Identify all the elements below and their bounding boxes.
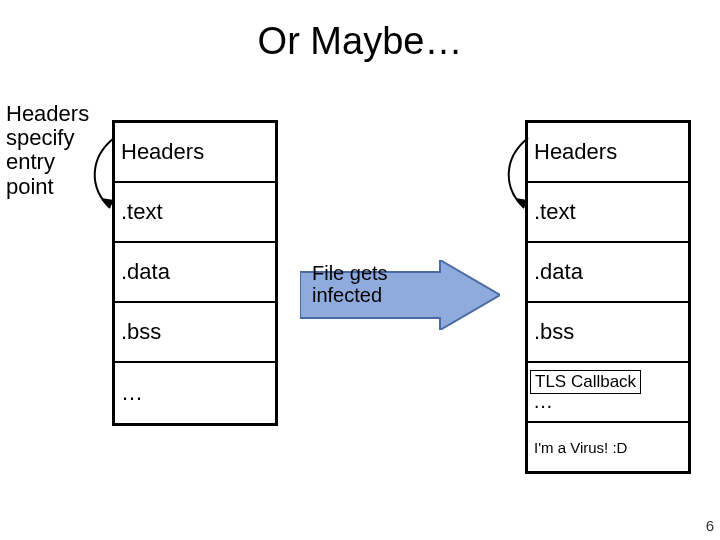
side-note-l4: point — [6, 174, 54, 199]
after-stack: Headers .text .data .bss I'm a Virus! :D — [525, 120, 691, 474]
infection-label-l1: File gets — [312, 262, 388, 284]
page-number: 6 — [706, 517, 714, 534]
side-note-l2: specify — [6, 125, 74, 150]
after-headers: Headers — [528, 123, 688, 183]
after-data: .data — [528, 243, 688, 303]
before-stack: Headers .text .data .bss … — [112, 120, 278, 426]
side-note-l1: Headers — [6, 101, 89, 126]
before-text: .text — [115, 183, 275, 243]
infection-label-l2: infected — [312, 284, 382, 306]
before-ellipsis: … — [115, 363, 275, 423]
before-headers: Headers — [115, 123, 275, 183]
before-bss: .bss — [115, 303, 275, 363]
tls-callback-label: TLS Callback — [530, 370, 641, 394]
slide-title: Or Maybe… — [0, 20, 720, 63]
side-note-l3: entry — [6, 149, 55, 174]
side-note: Headers specify entry point — [6, 102, 106, 199]
after-virus: I'm a Virus! :D — [528, 423, 688, 471]
infection-arrow-label: File gets infected — [312, 262, 432, 306]
after-bss: .bss — [528, 303, 688, 363]
before-data: .data — [115, 243, 275, 303]
after-text: .text — [528, 183, 688, 243]
